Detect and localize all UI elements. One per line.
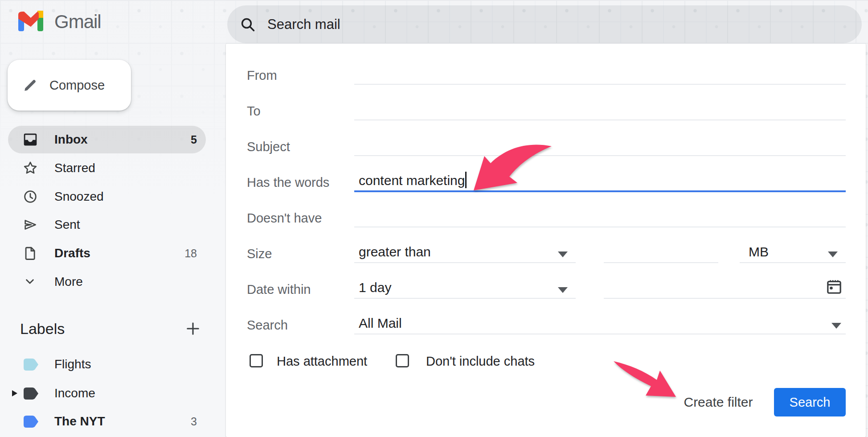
dropdown-caret-icon: [831, 323, 841, 329]
sidebar-item-starred[interactable]: Starred: [8, 154, 206, 182]
search-bar[interactable]: Search mail: [227, 5, 862, 43]
form-row-subject: Subject: [247, 133, 846, 160]
subject-field[interactable]: [354, 133, 846, 160]
drafts-count-badge: 18: [184, 247, 197, 260]
advanced-search-panel: From To Subject Has the words content ma…: [226, 44, 866, 437]
date-range-dropdown[interactable]: 1 day: [354, 276, 576, 303]
form-row-search-scope: Search All Mail: [247, 312, 846, 338]
form-row-from: From: [247, 62, 846, 89]
tag-icon: [24, 359, 38, 371]
send-icon: [23, 217, 38, 232]
sidebar: Gmail Compose Inbox 5 Starred: [0, 0, 226, 437]
inbox-icon: [23, 132, 38, 147]
sidebar-item-drafts[interactable]: Drafts 18: [8, 239, 206, 267]
tag-icon: [24, 416, 38, 428]
label-name: The NYT: [54, 414, 105, 429]
sidebar-item-sent[interactable]: Sent: [8, 211, 206, 239]
sidebar-item-more[interactable]: More: [8, 268, 206, 296]
tag-icon: [24, 388, 38, 400]
sidebar-item-label: More: [54, 275, 83, 289]
labels-section-title: Labels: [20, 320, 65, 338]
sidebar-item-label: Snoozed: [54, 190, 104, 204]
date-picker-field[interactable]: [604, 276, 846, 303]
search-scope-dropdown[interactable]: All Mail: [354, 312, 846, 338]
pencil-icon: [23, 78, 38, 93]
create-filter-button[interactable]: Create filter: [678, 388, 758, 416]
sidebar-item-inbox[interactable]: Inbox 5: [8, 126, 206, 153]
calendar-icon[interactable]: [825, 278, 843, 297]
draft-icon: [23, 246, 38, 261]
sidebar-item-label: Drafts: [54, 246, 90, 260]
clock-icon: [23, 189, 38, 204]
inbox-count-badge: 5: [191, 133, 197, 146]
has-attachment-checkbox[interactable]: [250, 354, 263, 367]
label-name: Income: [54, 386, 95, 400]
sidebar-label-flights[interactable]: Flights: [0, 350, 206, 378]
dropdown-caret-icon: [558, 287, 568, 293]
sidebar-item-snoozed[interactable]: Snoozed: [8, 183, 206, 210]
doesnt-have-field[interactable]: [354, 205, 846, 231]
form-row-doesnt-have: Doesn't have: [247, 205, 846, 231]
gmail-logo-icon: [18, 11, 44, 33]
nyt-count-badge: 3: [191, 415, 197, 428]
sidebar-item-label: Sent: [54, 218, 80, 232]
text-cursor: [465, 172, 467, 188]
has-the-words-field[interactable]: content marketing: [354, 169, 846, 196]
form-row-date-within: Date within 1 day: [247, 276, 846, 303]
form-row-options: Has attachment Don't include chats: [247, 347, 846, 374]
gmail-app: { "app": { "name": "Gmail" }, "colors": …: [0, 0, 868, 437]
compose-button[interactable]: Compose: [8, 60, 131, 111]
dropdown-caret-icon: [828, 251, 838, 257]
chevron-down-icon: [23, 274, 38, 289]
to-field[interactable]: [354, 98, 846, 124]
magnifier-icon: [240, 16, 256, 33]
gmail-wordmark: Gmail: [54, 11, 101, 33]
star-icon: [23, 161, 38, 176]
sidebar-label-the-nyt[interactable]: The NYT 3: [0, 408, 206, 435]
dont-include-chats-checkbox[interactable]: [396, 354, 409, 367]
size-unit-dropdown[interactable]: MB: [740, 240, 846, 267]
size-amount-field[interactable]: [604, 240, 718, 267]
size-operator-dropdown[interactable]: greater than: [354, 240, 576, 267]
search-button[interactable]: Search: [774, 388, 846, 416]
dropdown-caret-icon: [558, 251, 568, 257]
compose-label: Compose: [49, 78, 105, 93]
plus-icon: [184, 319, 202, 338]
from-field[interactable]: [354, 62, 846, 89]
search-input[interactable]: Search mail: [267, 16, 340, 33]
form-row-has-the-words: Has the words content marketing: [247, 169, 846, 196]
expand-arrow-icon[interactable]: [12, 390, 17, 396]
sidebar-label-income[interactable]: Income: [0, 379, 206, 407]
label-name: Flights: [54, 357, 91, 371]
gmail-logo: Gmail: [18, 11, 101, 33]
form-row-to: To: [247, 98, 846, 124]
create-label-button[interactable]: [184, 319, 202, 338]
form-row-size: Size greater than MB: [247, 240, 846, 267]
sidebar-item-label: Inbox: [54, 132, 88, 147]
sidebar-item-label: Starred: [54, 161, 95, 175]
